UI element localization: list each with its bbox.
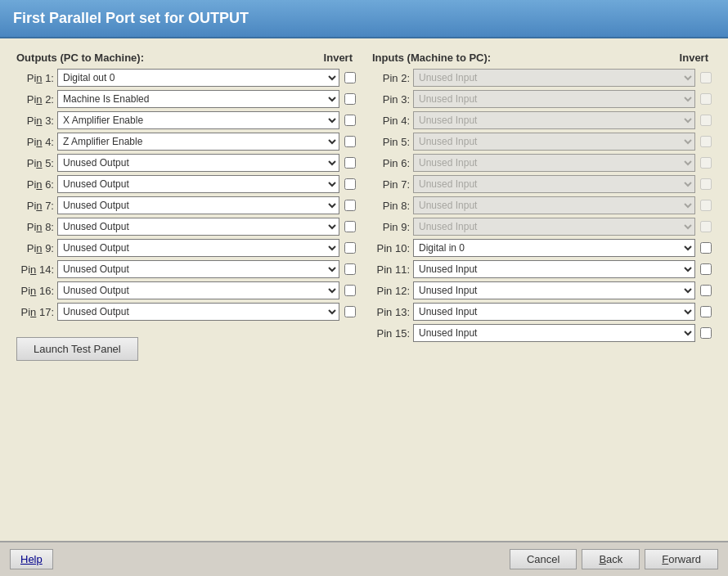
launch-test-panel-button[interactable]: Launch Test Panel bbox=[16, 337, 138, 361]
input-pin-row: Pin 10:Unused InputDigital in 0Digital i… bbox=[372, 239, 712, 257]
input-pin-row: Pin 6:Unused InputDigital in 0Digital in… bbox=[372, 154, 712, 172]
output-pin-row: Pin 6:Digital out 0Unused OutputMachine … bbox=[16, 175, 356, 193]
output-pin-invert-11[interactable] bbox=[344, 306, 356, 317]
forward-button[interactable]: Forward bbox=[645, 549, 718, 569]
inputs-header: Inputs (Machine to PC): Invert bbox=[372, 52, 712, 64]
input-pin-row: Pin 11:Unused InputDigital in 0Digital i… bbox=[372, 260, 712, 278]
input-pin-invert-5[interactable] bbox=[700, 178, 712, 190]
output-pin-select-6[interactable]: Digital out 0Unused OutputMachine Is Ena… bbox=[57, 196, 339, 214]
input-pin-invert-10[interactable] bbox=[700, 285, 712, 296]
input-pin-invert-3[interactable] bbox=[700, 136, 712, 147]
outputs-header: Outputs (PC to Machine): Invert bbox=[16, 52, 356, 64]
input-pin-row: Pin 9:Unused InputDigital in 0Digital in… bbox=[372, 218, 712, 236]
help-button[interactable]: Help bbox=[10, 549, 53, 569]
input-pin-select-3: Unused InputDigital in 0Digital in 1 bbox=[413, 133, 695, 151]
output-pin-invert-3[interactable] bbox=[344, 136, 356, 147]
input-pin-label-8: Pin 10: bbox=[372, 242, 410, 254]
input-pin-label-2: Pin 4: bbox=[372, 115, 410, 127]
output-pin-select-8[interactable]: Digital out 0Unused OutputMachine Is Ena… bbox=[57, 239, 339, 257]
output-pin-select-0[interactable]: Digital out 0Unused OutputMachine Is Ena… bbox=[57, 69, 339, 87]
input-pin-row: Pin 3:Unused InputDigital in 0Digital in… bbox=[372, 90, 712, 108]
output-pin-label-7: Pin 8: bbox=[16, 221, 54, 233]
output-pin-invert-2[interactable] bbox=[344, 115, 356, 126]
input-pin-row: Pin 4:Unused InputDigital in 0Digital in… bbox=[372, 111, 712, 129]
input-pin-invert-0[interactable] bbox=[700, 72, 712, 83]
output-pin-select-11[interactable]: Digital out 0Unused OutputMachine Is Ena… bbox=[57, 303, 339, 321]
input-pin-invert-8[interactable] bbox=[700, 242, 712, 254]
output-pin-invert-0[interactable] bbox=[344, 72, 356, 83]
back-button[interactable]: Back bbox=[582, 549, 640, 569]
output-pin-label-11: Pin 17: bbox=[16, 306, 54, 318]
output-pin-invert-8[interactable] bbox=[344, 242, 356, 254]
footer-left: Help bbox=[10, 549, 53, 569]
inputs-column: Inputs (Machine to PC): Invert Pin 2:Unu… bbox=[372, 52, 712, 361]
output-pin-select-5[interactable]: Digital out 0Unused OutputMachine Is Ena… bbox=[57, 175, 339, 193]
output-pin-row: Pin 17:Digital out 0Unused OutputMachine… bbox=[16, 303, 356, 321]
output-pin-select-9[interactable]: Digital out 0Unused OutputMachine Is Ena… bbox=[57, 260, 339, 278]
input-pin-select-9[interactable]: Unused InputDigital in 0Digital in 1 bbox=[413, 260, 695, 278]
output-pin-row: Pin 1:Digital out 0Unused OutputMachine … bbox=[16, 69, 356, 87]
launch-btn-container: Launch Test Panel bbox=[16, 324, 356, 361]
forward-rest: orward bbox=[668, 553, 701, 565]
inputs-rows: Pin 2:Unused InputDigital in 0Digital in… bbox=[372, 69, 712, 342]
input-pin-invert-9[interactable] bbox=[700, 263, 712, 275]
title-bar: First Parallel Port set for OUTPUT bbox=[0, 0, 728, 38]
outputs-rows: Pin 1:Digital out 0Unused OutputMachine … bbox=[16, 69, 356, 321]
output-pin-label-9: Pin 14: bbox=[16, 263, 54, 276]
input-pin-invert-6[interactable] bbox=[700, 200, 712, 211]
input-pin-select-0: Unused InputDigital in 0Digital in 1 bbox=[413, 69, 695, 87]
input-pin-invert-1[interactable] bbox=[700, 93, 712, 105]
input-pin-select-4: Unused InputDigital in 0Digital in 1 bbox=[413, 154, 695, 172]
input-pin-invert-11[interactable] bbox=[700, 306, 712, 317]
output-pin-label-2: Pin 3: bbox=[16, 115, 54, 127]
input-pin-label-5: Pin 7: bbox=[372, 178, 410, 191]
output-pin-select-4[interactable]: Digital out 0Unused OutputMachine Is Ena… bbox=[57, 154, 339, 172]
output-pin-row: Pin 7:Digital out 0Unused OutputMachine … bbox=[16, 196, 356, 214]
cancel-button[interactable]: Cancel bbox=[510, 549, 577, 569]
input-pin-label-1: Pin 3: bbox=[372, 93, 410, 106]
page-title: First Parallel Port set for OUTPUT bbox=[13, 10, 249, 26]
input-pin-label-12: Pin 15: bbox=[372, 327, 410, 340]
output-pin-invert-6[interactable] bbox=[344, 200, 356, 211]
input-pin-label-3: Pin 5: bbox=[372, 136, 410, 148]
output-pin-select-1[interactable]: Digital out 0Unused OutputMachine Is Ena… bbox=[57, 90, 339, 108]
output-pin-select-2[interactable]: Digital out 0Unused OutputMachine Is Ena… bbox=[57, 111, 339, 129]
input-pin-label-10: Pin 12: bbox=[372, 285, 410, 297]
input-pin-select-8[interactable]: Unused InputDigital in 0Digital in 1 bbox=[413, 239, 695, 257]
output-pin-invert-10[interactable] bbox=[344, 285, 356, 296]
main-content: Outputs (PC to Machine): Invert Pin 1:Di… bbox=[0, 38, 728, 541]
input-pin-select-12[interactable]: Unused InputDigital in 0Digital in 1 bbox=[413, 324, 695, 342]
back-rest: ack bbox=[606, 553, 622, 565]
input-pin-invert-7[interactable] bbox=[700, 221, 712, 232]
output-pin-invert-1[interactable] bbox=[344, 93, 356, 105]
output-pin-invert-5[interactable] bbox=[344, 178, 356, 190]
output-pin-label-4: Pin 5: bbox=[16, 157, 54, 169]
back-underline: B bbox=[599, 553, 606, 565]
input-pin-select-11[interactable]: Unused InputDigital in 0Digital in 1 bbox=[413, 303, 695, 321]
output-pin-invert-4[interactable] bbox=[344, 157, 356, 169]
output-pin-row: Pin 9:Digital out 0Unused OutputMachine … bbox=[16, 239, 356, 257]
output-pin-label-8: Pin 9: bbox=[16, 242, 54, 254]
inputs-label: Inputs (Machine to PC): bbox=[372, 52, 491, 64]
output-pin-row: Pin 3:Digital out 0Unused OutputMachine … bbox=[16, 111, 356, 129]
input-pin-select-10[interactable]: Unused InputDigital in 0Digital in 1 bbox=[413, 281, 695, 299]
output-pin-row: Pin 16:Digital out 0Unused OutputMachine… bbox=[16, 281, 356, 299]
input-pin-row: Pin 15:Unused InputDigital in 0Digital i… bbox=[372, 324, 712, 342]
input-pin-select-7: Unused InputDigital in 0Digital in 1 bbox=[413, 218, 695, 236]
output-pin-select-3[interactable]: Digital out 0Unused OutputMachine Is Ena… bbox=[57, 133, 339, 151]
input-pin-invert-12[interactable] bbox=[700, 327, 712, 339]
input-pin-row: Pin 5:Unused InputDigital in 0Digital in… bbox=[372, 133, 712, 151]
output-pin-row: Pin 4:Digital out 0Unused OutputMachine … bbox=[16, 133, 356, 151]
outputs-column: Outputs (PC to Machine): Invert Pin 1:Di… bbox=[16, 52, 356, 361]
output-pin-invert-9[interactable] bbox=[344, 263, 356, 275]
output-pin-row: Pin 8:Digital out 0Unused OutputMachine … bbox=[16, 218, 356, 236]
input-pin-invert-4[interactable] bbox=[700, 157, 712, 169]
output-pin-select-7[interactable]: Digital out 0Unused OutputMachine Is Ena… bbox=[57, 218, 339, 236]
input-pin-label-6: Pin 8: bbox=[372, 200, 410, 212]
input-pin-select-6: Unused InputDigital in 0Digital in 1 bbox=[413, 196, 695, 214]
input-pin-invert-2[interactable] bbox=[700, 115, 712, 126]
output-pin-select-10[interactable]: Digital out 0Unused OutputMachine Is Ena… bbox=[57, 281, 339, 299]
output-pin-row: Pin 14:Digital out 0Unused OutputMachine… bbox=[16, 260, 356, 278]
input-pin-row: Pin 2:Unused InputDigital in 0Digital in… bbox=[372, 69, 712, 87]
output-pin-invert-7[interactable] bbox=[344, 221, 356, 232]
